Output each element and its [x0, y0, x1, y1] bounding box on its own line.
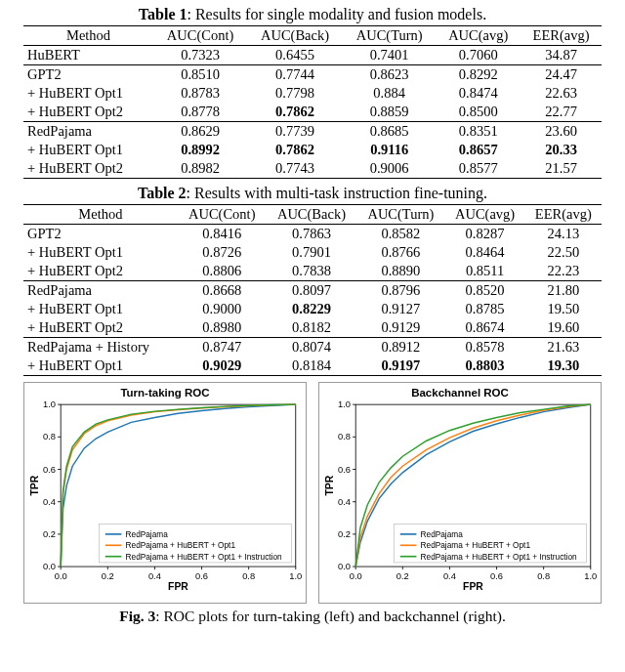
- table2-caption: Table 2: Results with multi-task instruc…: [23, 185, 602, 202]
- svg-text:RedPajama + HuBERT + Opt1: RedPajama + HuBERT + Opt1: [421, 540, 531, 550]
- value-cell: 22.77: [521, 103, 602, 122]
- chart-turn-taking: Turn-taking ROC 0.00.20.40.60.81.00.00.2…: [23, 382, 307, 604]
- value-cell: 19.50: [525, 300, 602, 318]
- chart-title-2: Backchannel ROC: [323, 387, 597, 399]
- value-cell: 0.8982: [153, 159, 247, 179]
- chart-svg-2: 0.00.20.40.60.81.00.00.20.40.60.81.0FPRT…: [323, 400, 597, 597]
- method-cell: + HuBERT Opt1: [23, 357, 178, 376]
- svg-text:0.4: 0.4: [43, 497, 56, 507]
- svg-text:1.0: 1.0: [338, 400, 351, 409]
- value-cell: 0.8577: [436, 159, 521, 179]
- svg-text:0.6: 0.6: [490, 571, 503, 581]
- col-header: AUC(Turn): [343, 26, 436, 46]
- value-cell: 0.7323: [153, 46, 247, 65]
- table1: MethodAUC(Cont)AUC(Back)AUC(Turn)AUC(avg…: [23, 25, 602, 179]
- value-cell: 0.8292: [436, 65, 521, 85]
- value-cell: 0.9127: [356, 300, 444, 318]
- svg-text:0.4: 0.4: [443, 571, 456, 581]
- value-cell: 0.8287: [444, 225, 524, 244]
- value-cell: 0.7798: [247, 84, 343, 103]
- value-cell: 22.23: [525, 262, 602, 281]
- col-header: AUC(Cont): [178, 205, 267, 225]
- table2: MethodAUC(Cont)AUC(Back)AUC(Turn)AUC(avg…: [23, 204, 602, 376]
- value-cell: 22.50: [525, 243, 602, 262]
- value-cell: 0.8796: [356, 281, 444, 301]
- value-cell: 0.8074: [267, 338, 357, 357]
- value-cell: 19.30: [525, 357, 602, 376]
- value-cell: 0.8992: [153, 141, 247, 159]
- svg-text:0.0: 0.0: [350, 571, 362, 581]
- method-cell: + HuBERT Opt2: [23, 159, 153, 179]
- svg-text:1.0: 1.0: [584, 571, 597, 581]
- fig3-caption-label: Fig. 3: [119, 608, 155, 624]
- fig3-caption: Fig. 3: ROC plots for turn-taking (left)…: [23, 608, 602, 625]
- value-cell: 0.9197: [356, 357, 444, 376]
- method-cell: + HuBERT Opt1: [23, 243, 178, 262]
- value-cell: 0.8783: [153, 84, 247, 103]
- svg-text:FPR: FPR: [463, 581, 483, 592]
- col-header: Method: [23, 26, 153, 46]
- value-cell: 21.80: [525, 281, 602, 301]
- method-cell: + HuBERT Opt1: [23, 300, 178, 318]
- value-cell: 0.8464: [444, 243, 524, 262]
- value-cell: 0.8890: [356, 262, 444, 281]
- value-cell: 0.9116: [343, 141, 436, 159]
- value-cell: 0.7838: [267, 262, 357, 281]
- value-cell: 0.8668: [178, 281, 267, 301]
- value-cell: 0.7863: [267, 225, 357, 244]
- value-cell: 0.8097: [267, 281, 357, 301]
- col-header: AUC(avg): [436, 26, 521, 46]
- value-cell: 0.8980: [178, 318, 267, 338]
- charts-row: Turn-taking ROC 0.00.20.40.60.81.00.00.2…: [23, 382, 602, 604]
- value-cell: 0.8500: [436, 103, 521, 122]
- value-cell: 0.8778: [153, 103, 247, 122]
- svg-text:0.4: 0.4: [338, 497, 351, 507]
- svg-text:RedPajama: RedPajama: [126, 529, 169, 539]
- svg-text:0.8: 0.8: [537, 571, 550, 581]
- value-cell: 0.8520: [444, 281, 524, 301]
- value-cell: 0.8582: [356, 225, 444, 244]
- value-cell: 0.8511: [444, 262, 524, 281]
- svg-text:TPR: TPR: [324, 475, 335, 495]
- svg-text:TPR: TPR: [29, 475, 40, 495]
- value-cell: 0.8416: [178, 225, 267, 244]
- value-cell: 0.8674: [444, 318, 524, 338]
- value-cell: 0.8510: [153, 65, 247, 85]
- col-header: AUC(Cont): [153, 26, 247, 46]
- value-cell: 0.9129: [356, 318, 444, 338]
- value-cell: 0.8629: [153, 122, 247, 142]
- value-cell: 0.8912: [356, 338, 444, 357]
- method-cell: + HuBERT Opt2: [23, 262, 178, 281]
- value-cell: 0.8685: [343, 122, 436, 142]
- method-cell: + HuBERT Opt2: [23, 318, 178, 338]
- value-cell: 0.8578: [444, 338, 524, 357]
- value-cell: 0.8474: [436, 84, 521, 103]
- chart-backchannel: Backchannel ROC 0.00.20.40.60.81.00.00.2…: [318, 382, 602, 604]
- svg-text:1.0: 1.0: [289, 571, 302, 581]
- value-cell: 0.8623: [343, 65, 436, 85]
- value-cell: 0.8182: [267, 318, 357, 338]
- svg-text:RedPajama: RedPajama: [421, 529, 464, 539]
- value-cell: 0.8184: [267, 357, 357, 376]
- value-cell: 0.8766: [356, 243, 444, 262]
- value-cell: 0.8803: [444, 357, 524, 376]
- svg-text:FPR: FPR: [168, 581, 188, 592]
- method-cell: + HuBERT Opt2: [23, 103, 153, 122]
- svg-text:0.8: 0.8: [338, 432, 351, 441]
- value-cell: 0.9000: [178, 300, 267, 318]
- svg-text:0.0: 0.0: [338, 562, 351, 571]
- value-cell: 22.63: [521, 84, 602, 103]
- method-cell: RedPajama: [23, 122, 153, 142]
- fig3-caption-text: : ROC plots for turn-taking (left) and b…: [155, 608, 506, 624]
- table1-caption-label: Table 1: [139, 6, 188, 22]
- value-cell: 23.60: [521, 122, 602, 142]
- value-cell: 21.63: [525, 338, 602, 357]
- col-header: AUC(Back): [247, 26, 343, 46]
- value-cell: 0.9029: [178, 357, 267, 376]
- table1-caption: Table 1: Results for single modality and…: [23, 6, 602, 23]
- value-cell: 0.8229: [267, 300, 357, 318]
- svg-text:0.0: 0.0: [55, 571, 67, 581]
- svg-text:0.6: 0.6: [43, 465, 56, 475]
- value-cell: 0.884: [343, 84, 436, 103]
- value-cell: 0.7744: [247, 65, 343, 85]
